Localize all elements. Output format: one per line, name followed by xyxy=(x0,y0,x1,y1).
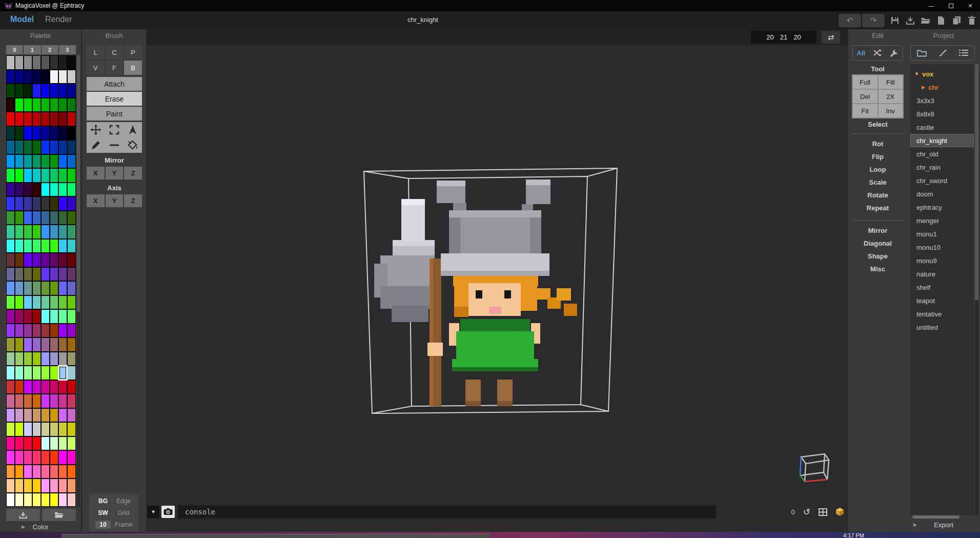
palette-swatch[interactable] xyxy=(68,240,75,253)
palette-swatch[interactable] xyxy=(42,423,49,436)
project-file-doom[interactable]: doom xyxy=(910,187,974,201)
brush-mode-p[interactable]: P xyxy=(124,45,142,59)
palette-swatch[interactable] xyxy=(15,296,23,309)
palette-swatch[interactable] xyxy=(50,112,58,126)
palette-swatch[interactable] xyxy=(33,479,40,492)
toggle-10-button[interactable]: 10 xyxy=(93,521,113,529)
palette-swatch[interactable] xyxy=(33,169,40,182)
palette-swatch[interactable] xyxy=(68,70,75,84)
palette-swatch[interactable] xyxy=(7,183,14,196)
palette-swatch[interactable] xyxy=(59,70,67,84)
palette-swatch[interactable] xyxy=(15,169,23,182)
palette-swatch[interactable] xyxy=(68,225,75,238)
palette-swatch[interactable] xyxy=(7,394,14,408)
palette-swatch[interactable] xyxy=(15,211,23,225)
palette-swatch[interactable] xyxy=(42,169,49,182)
model-size-readout[interactable]: 20 21 20 xyxy=(751,31,816,44)
viewport-3d[interactable]: 20 21 20 ⇄ xyxy=(146,29,848,532)
nav-cube-icon[interactable] xyxy=(794,449,832,488)
palette-swatch[interactable] xyxy=(7,352,14,366)
palette-swatch[interactable] xyxy=(24,479,32,492)
mirror-x-button[interactable]: X xyxy=(87,167,105,180)
project-file-monu9[interactable]: monu9 xyxy=(910,254,974,267)
project-file-castle[interactable]: castle xyxy=(910,121,974,134)
project-tree-chr[interactable]: ▶chr xyxy=(910,81,974,94)
palette-swatch[interactable] xyxy=(68,465,75,479)
palette-swatch[interactable] xyxy=(24,141,32,154)
palette-swatch[interactable] xyxy=(50,366,58,380)
palette-swatch[interactable] xyxy=(50,211,58,225)
edit-action-rotate[interactable]: Rotate xyxy=(848,191,907,204)
palette-swatch[interactable] xyxy=(7,127,14,140)
palette-page-tab-2[interactable]: 2 xyxy=(42,45,58,54)
palette-swatch[interactable] xyxy=(50,310,58,323)
palette-swatch[interactable] xyxy=(50,451,58,464)
size-x-value[interactable]: 20 xyxy=(766,33,773,41)
shuffle-icon[interactable] xyxy=(873,49,882,57)
screenshot-camera-button[interactable] xyxy=(161,506,175,518)
axis-z-button[interactable]: Z xyxy=(124,194,142,207)
palette-swatch[interactable] xyxy=(33,338,40,351)
palette-swatch[interactable] xyxy=(24,84,32,97)
palette-page-tab-1[interactable]: 1 xyxy=(24,45,40,54)
palette-swatch[interactable] xyxy=(42,240,49,253)
palette-swatch[interactable] xyxy=(59,282,67,295)
palette-swatch[interactable] xyxy=(24,127,32,140)
palette-swatch[interactable] xyxy=(50,296,58,309)
palette-swatch[interactable] xyxy=(59,197,67,210)
palette-swatch[interactable] xyxy=(15,437,23,450)
palette-swatch[interactable] xyxy=(68,169,75,182)
palette-swatch[interactable] xyxy=(59,423,67,436)
palette-swatch[interactable] xyxy=(42,451,49,464)
palette-swatch[interactable] xyxy=(33,394,40,408)
palette-swatch[interactable] xyxy=(24,112,32,126)
palette-swatch[interactable] xyxy=(50,70,58,84)
palette-swatch[interactable] xyxy=(42,366,49,380)
palette-swatch[interactable] xyxy=(15,451,23,464)
palette-swatch[interactable] xyxy=(33,437,40,450)
palette-swatch[interactable] xyxy=(59,225,67,238)
palette-swatch[interactable] xyxy=(33,451,40,464)
palette-swatch[interactable] xyxy=(50,183,58,196)
palette-swatch[interactable] xyxy=(24,465,32,479)
palette-swatch[interactable] xyxy=(59,253,67,267)
palette-swatch[interactable] xyxy=(68,112,75,126)
palette-swatch[interactable] xyxy=(50,437,58,450)
palette-swatch[interactable] xyxy=(59,437,67,450)
picker-pen-tool-icon[interactable] xyxy=(87,137,105,153)
palette-swatch[interactable] xyxy=(68,183,75,196)
palette-swatch[interactable] xyxy=(59,451,67,464)
project-file-nature[interactable]: nature xyxy=(910,267,974,281)
palette-swatch[interactable] xyxy=(50,381,58,394)
console-input[interactable]: console xyxy=(178,505,716,519)
palette-swatch[interactable] xyxy=(59,310,67,323)
palette-swatch[interactable] xyxy=(33,381,40,394)
palette-swatch[interactable] xyxy=(42,324,49,337)
palette-swatch[interactable] xyxy=(68,310,75,323)
palette-swatch[interactable] xyxy=(7,479,14,492)
brush-mode-v[interactable]: V xyxy=(87,61,105,75)
brush-mode-f[interactable]: F xyxy=(106,61,124,75)
palette-swatch[interactable] xyxy=(42,225,49,238)
palette-swatch[interactable] xyxy=(59,183,67,196)
palette-swatch[interactable] xyxy=(24,409,32,422)
palette-swatch[interactable] xyxy=(33,493,40,507)
palette-swatch[interactable] xyxy=(68,381,75,394)
project-hscrollbar[interactable] xyxy=(912,515,959,519)
palette-swatch[interactable] xyxy=(24,338,32,351)
palette-swatch[interactable] xyxy=(42,465,49,479)
size-y-value[interactable]: 21 xyxy=(780,33,787,41)
palette-swatch[interactable] xyxy=(15,352,23,366)
palette-swatch[interactable] xyxy=(42,296,49,309)
palette-swatch[interactable] xyxy=(24,225,32,238)
palette-scrollbar[interactable] xyxy=(77,55,80,507)
palette-swatch[interactable] xyxy=(68,268,75,281)
toggle-frame-label[interactable]: Frame xyxy=(113,521,134,528)
palette-swatch[interactable] xyxy=(33,253,40,267)
tree-arrow-icon[interactable]: ▼ xyxy=(914,71,919,76)
palette-swatch[interactable] xyxy=(7,240,14,253)
rotate-view-icon[interactable]: ↺ xyxy=(803,507,810,517)
palette-swatch[interactable] xyxy=(50,127,58,140)
palette-swatch[interactable] xyxy=(7,366,14,380)
palette-swatch[interactable] xyxy=(24,381,32,394)
